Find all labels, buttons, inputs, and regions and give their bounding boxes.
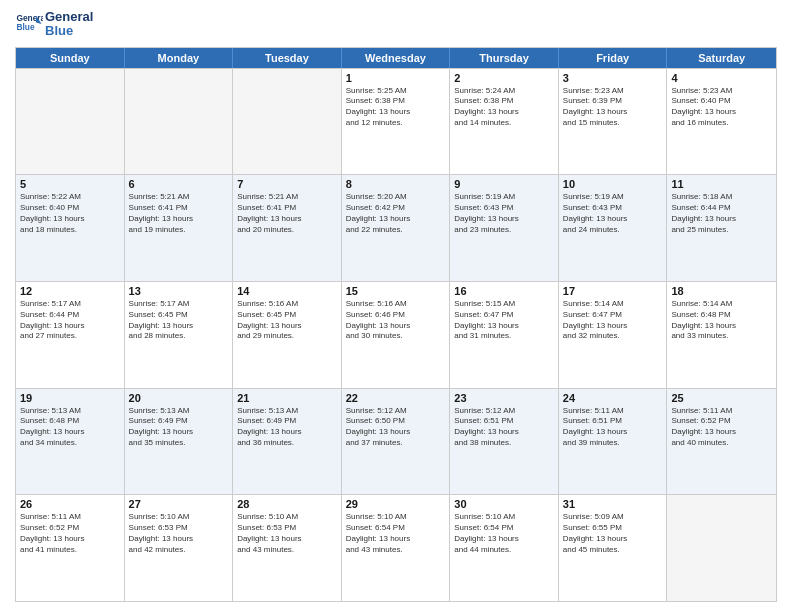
page: General Blue General Blue SundayMondayTu… <box>0 0 792 612</box>
calendar-cell: 4Sunrise: 5:23 AM Sunset: 6:40 PM Daylig… <box>667 69 776 175</box>
calendar-cell: 12Sunrise: 5:17 AM Sunset: 6:44 PM Dayli… <box>16 282 125 388</box>
day-number: 9 <box>454 178 554 190</box>
calendar-cell <box>667 495 776 601</box>
calendar-cell: 6Sunrise: 5:21 AM Sunset: 6:41 PM Daylig… <box>125 175 234 281</box>
day-info: Sunrise: 5:19 AM Sunset: 6:43 PM Dayligh… <box>454 192 554 235</box>
calendar-header: SundayMondayTuesdayWednesdayThursdayFrid… <box>16 48 776 68</box>
calendar-cell: 16Sunrise: 5:15 AM Sunset: 6:47 PM Dayli… <box>450 282 559 388</box>
header-day-tuesday: Tuesday <box>233 48 342 68</box>
day-info: Sunrise: 5:11 AM Sunset: 6:52 PM Dayligh… <box>671 406 772 449</box>
day-number: 16 <box>454 285 554 297</box>
header: General Blue General Blue <box>15 10 777 39</box>
day-info: Sunrise: 5:11 AM Sunset: 6:51 PM Dayligh… <box>563 406 663 449</box>
calendar-cell: 13Sunrise: 5:17 AM Sunset: 6:45 PM Dayli… <box>125 282 234 388</box>
day-info: Sunrise: 5:12 AM Sunset: 6:50 PM Dayligh… <box>346 406 446 449</box>
calendar-cell: 15Sunrise: 5:16 AM Sunset: 6:46 PM Dayli… <box>342 282 451 388</box>
day-info: Sunrise: 5:10 AM Sunset: 6:54 PM Dayligh… <box>454 512 554 555</box>
calendar-cell: 27Sunrise: 5:10 AM Sunset: 6:53 PM Dayli… <box>125 495 234 601</box>
calendar-cell: 10Sunrise: 5:19 AM Sunset: 6:43 PM Dayli… <box>559 175 668 281</box>
calendar-cell: 28Sunrise: 5:10 AM Sunset: 6:53 PM Dayli… <box>233 495 342 601</box>
day-number: 30 <box>454 498 554 510</box>
day-info: Sunrise: 5:14 AM Sunset: 6:48 PM Dayligh… <box>671 299 772 342</box>
calendar-cell <box>16 69 125 175</box>
calendar-cell: 5Sunrise: 5:22 AM Sunset: 6:40 PM Daylig… <box>16 175 125 281</box>
day-number: 21 <box>237 392 337 404</box>
calendar-cell: 18Sunrise: 5:14 AM Sunset: 6:48 PM Dayli… <box>667 282 776 388</box>
day-info: Sunrise: 5:22 AM Sunset: 6:40 PM Dayligh… <box>20 192 120 235</box>
calendar-cell: 17Sunrise: 5:14 AM Sunset: 6:47 PM Dayli… <box>559 282 668 388</box>
calendar-cell: 31Sunrise: 5:09 AM Sunset: 6:55 PM Dayli… <box>559 495 668 601</box>
calendar-cell: 14Sunrise: 5:16 AM Sunset: 6:45 PM Dayli… <box>233 282 342 388</box>
calendar-cell: 24Sunrise: 5:11 AM Sunset: 6:51 PM Dayli… <box>559 389 668 495</box>
day-number: 6 <box>129 178 229 190</box>
calendar-cell: 2Sunrise: 5:24 AM Sunset: 6:38 PM Daylig… <box>450 69 559 175</box>
day-info: Sunrise: 5:25 AM Sunset: 6:38 PM Dayligh… <box>346 86 446 129</box>
calendar-row-3: 12Sunrise: 5:17 AM Sunset: 6:44 PM Dayli… <box>16 281 776 388</box>
day-number: 29 <box>346 498 446 510</box>
day-number: 17 <box>563 285 663 297</box>
calendar-cell: 22Sunrise: 5:12 AM Sunset: 6:50 PM Dayli… <box>342 389 451 495</box>
day-info: Sunrise: 5:11 AM Sunset: 6:52 PM Dayligh… <box>20 512 120 555</box>
day-info: Sunrise: 5:10 AM Sunset: 6:53 PM Dayligh… <box>237 512 337 555</box>
day-info: Sunrise: 5:13 AM Sunset: 6:49 PM Dayligh… <box>129 406 229 449</box>
day-number: 11 <box>671 178 772 190</box>
day-number: 27 <box>129 498 229 510</box>
day-number: 7 <box>237 178 337 190</box>
calendar-cell: 8Sunrise: 5:20 AM Sunset: 6:42 PM Daylig… <box>342 175 451 281</box>
logo: General Blue General Blue <box>15 10 93 39</box>
day-info: Sunrise: 5:18 AM Sunset: 6:44 PM Dayligh… <box>671 192 772 235</box>
day-number: 2 <box>454 72 554 84</box>
day-number: 22 <box>346 392 446 404</box>
day-info: Sunrise: 5:17 AM Sunset: 6:45 PM Dayligh… <box>129 299 229 342</box>
day-info: Sunrise: 5:15 AM Sunset: 6:47 PM Dayligh… <box>454 299 554 342</box>
header-day-saturday: Saturday <box>667 48 776 68</box>
day-number: 28 <box>237 498 337 510</box>
day-info: Sunrise: 5:24 AM Sunset: 6:38 PM Dayligh… <box>454 86 554 129</box>
calendar-cell: 19Sunrise: 5:13 AM Sunset: 6:48 PM Dayli… <box>16 389 125 495</box>
calendar-cell: 7Sunrise: 5:21 AM Sunset: 6:41 PM Daylig… <box>233 175 342 281</box>
day-info: Sunrise: 5:10 AM Sunset: 6:53 PM Dayligh… <box>129 512 229 555</box>
calendar-row-5: 26Sunrise: 5:11 AM Sunset: 6:52 PM Dayli… <box>16 494 776 601</box>
day-info: Sunrise: 5:10 AM Sunset: 6:54 PM Dayligh… <box>346 512 446 555</box>
day-number: 1 <box>346 72 446 84</box>
calendar-cell: 26Sunrise: 5:11 AM Sunset: 6:52 PM Dayli… <box>16 495 125 601</box>
day-info: Sunrise: 5:12 AM Sunset: 6:51 PM Dayligh… <box>454 406 554 449</box>
day-info: Sunrise: 5:21 AM Sunset: 6:41 PM Dayligh… <box>129 192 229 235</box>
calendar-cell <box>125 69 234 175</box>
day-info: Sunrise: 5:16 AM Sunset: 6:46 PM Dayligh… <box>346 299 446 342</box>
calendar-cell: 30Sunrise: 5:10 AM Sunset: 6:54 PM Dayli… <box>450 495 559 601</box>
day-number: 12 <box>20 285 120 297</box>
calendar: SundayMondayTuesdayWednesdayThursdayFrid… <box>15 47 777 602</box>
day-info: Sunrise: 5:16 AM Sunset: 6:45 PM Dayligh… <box>237 299 337 342</box>
day-number: 4 <box>671 72 772 84</box>
day-info: Sunrise: 5:13 AM Sunset: 6:49 PM Dayligh… <box>237 406 337 449</box>
calendar-cell: 21Sunrise: 5:13 AM Sunset: 6:49 PM Dayli… <box>233 389 342 495</box>
calendar-cell: 11Sunrise: 5:18 AM Sunset: 6:44 PM Dayli… <box>667 175 776 281</box>
day-number: 19 <box>20 392 120 404</box>
day-number: 10 <box>563 178 663 190</box>
day-info: Sunrise: 5:13 AM Sunset: 6:48 PM Dayligh… <box>20 406 120 449</box>
day-number: 14 <box>237 285 337 297</box>
calendar-cell <box>233 69 342 175</box>
day-number: 15 <box>346 285 446 297</box>
day-info: Sunrise: 5:21 AM Sunset: 6:41 PM Dayligh… <box>237 192 337 235</box>
calendar-cell: 20Sunrise: 5:13 AM Sunset: 6:49 PM Dayli… <box>125 389 234 495</box>
calendar-cell: 9Sunrise: 5:19 AM Sunset: 6:43 PM Daylig… <box>450 175 559 281</box>
day-number: 31 <box>563 498 663 510</box>
logo-icon: General Blue <box>15 10 43 38</box>
calendar-body: 1Sunrise: 5:25 AM Sunset: 6:38 PM Daylig… <box>16 68 776 601</box>
day-number: 23 <box>454 392 554 404</box>
header-day-thursday: Thursday <box>450 48 559 68</box>
day-info: Sunrise: 5:14 AM Sunset: 6:47 PM Dayligh… <box>563 299 663 342</box>
day-number: 3 <box>563 72 663 84</box>
day-number: 20 <box>129 392 229 404</box>
calendar-cell: 3Sunrise: 5:23 AM Sunset: 6:39 PM Daylig… <box>559 69 668 175</box>
day-number: 25 <box>671 392 772 404</box>
day-number: 5 <box>20 178 120 190</box>
calendar-row-2: 5Sunrise: 5:22 AM Sunset: 6:40 PM Daylig… <box>16 174 776 281</box>
header-day-monday: Monday <box>125 48 234 68</box>
day-info: Sunrise: 5:19 AM Sunset: 6:43 PM Dayligh… <box>563 192 663 235</box>
calendar-row-4: 19Sunrise: 5:13 AM Sunset: 6:48 PM Dayli… <box>16 388 776 495</box>
header-day-sunday: Sunday <box>16 48 125 68</box>
calendar-row-1: 1Sunrise: 5:25 AM Sunset: 6:38 PM Daylig… <box>16 68 776 175</box>
